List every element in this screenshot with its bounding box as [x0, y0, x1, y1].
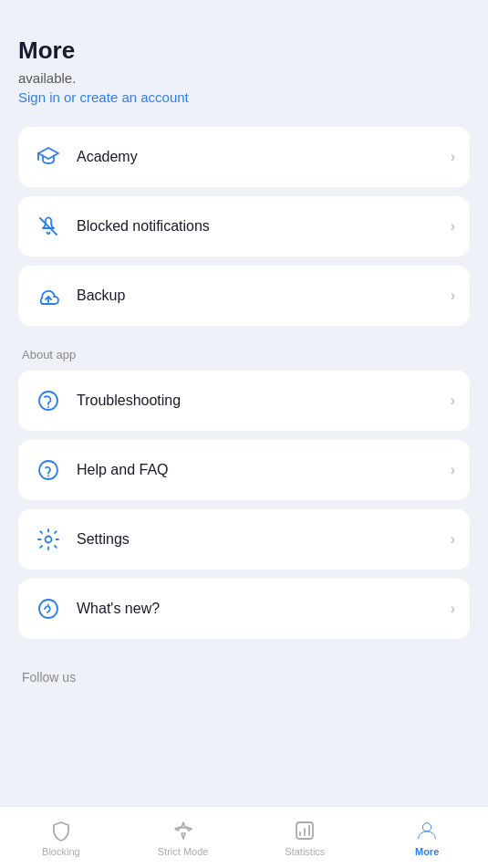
about-app-label: About app [18, 348, 470, 361]
menu-item-academy[interactable]: Academy › [18, 127, 470, 187]
chevron-icon-backup: › [451, 288, 455, 304]
backup-icon [33, 280, 64, 311]
nav-item-blocking[interactable]: Blocking [0, 807, 122, 868]
menu-item-help-faq[interactable]: Help and FAQ › [18, 440, 470, 500]
svg-point-6 [47, 604, 49, 606]
nav-item-strict-mode[interactable]: Strict Mode [122, 807, 244, 868]
follow-us-label: Follow us [18, 661, 470, 685]
nav-item-statistics[interactable]: Statistics [244, 807, 367, 868]
menu-item-blocked-notifications[interactable]: Blocked notifications › [18, 196, 470, 256]
menu-label-help-faq: Help and FAQ [77, 462, 451, 478]
menu-label-troubleshooting: Troubleshooting [77, 392, 451, 409]
chevron-icon-help-faq: › [451, 462, 455, 478]
settings-icon [33, 524, 64, 555]
svg-point-5 [46, 537, 52, 543]
main-content: More available. Sign in or create an acc… [0, 0, 488, 703]
about-app-group: About app Troubleshooting › [18, 348, 470, 639]
sign-in-link[interactable]: Sign in or create an account [18, 89, 189, 105]
chevron-icon-troubleshooting: › [451, 392, 455, 409]
chevron-icon-whats-new: › [451, 601, 455, 617]
svg-line-0 [40, 218, 57, 235]
strict-mode-nav-icon [171, 819, 195, 842]
more-nav-label: More [415, 846, 439, 857]
strict-mode-nav-label: Strict Mode [158, 846, 209, 857]
svg-point-8 [422, 822, 431, 831]
svg-point-2 [47, 406, 49, 408]
blocking-nav-icon [49, 819, 73, 842]
menu-item-settings[interactable]: Settings › [18, 509, 470, 570]
menu-label-academy: Academy [77, 149, 451, 165]
page-title: More [18, 37, 470, 65]
help-faq-icon [33, 455, 64, 486]
chevron-icon-settings: › [451, 531, 455, 548]
chevron-icon-academy: › [451, 149, 455, 165]
menu-item-whats-new[interactable]: What's new? › [18, 579, 470, 639]
more-nav-icon [415, 819, 439, 842]
menu-item-backup[interactable]: Backup › [18, 266, 470, 326]
menu-label-blocked-notifications: Blocked notifications [77, 218, 451, 235]
whats-new-icon [33, 593, 64, 624]
blocking-nav-label: Blocking [42, 846, 80, 857]
nav-item-more[interactable]: More [366, 807, 488, 868]
main-menu-group: Academy › Blocked notifications › [18, 127, 470, 326]
chevron-icon-blocked-notifications: › [451, 218, 455, 235]
menu-label-whats-new: What's new? [77, 601, 451, 617]
academy-icon [33, 141, 64, 173]
blocked-notifications-icon [33, 211, 64, 242]
troubleshooting-icon [33, 385, 64, 416]
statistics-nav-label: Statistics [285, 846, 325, 857]
menu-label-settings: Settings [77, 531, 451, 548]
svg-point-4 [47, 476, 49, 477]
bottom-nav: Blocking Strict Mode Statistics More [0, 806, 488, 868]
menu-label-backup: Backup [77, 288, 451, 304]
statistics-nav-icon [293, 819, 317, 842]
subtitle: available. [18, 70, 470, 86]
menu-item-troubleshooting[interactable]: Troubleshooting › [18, 371, 470, 431]
